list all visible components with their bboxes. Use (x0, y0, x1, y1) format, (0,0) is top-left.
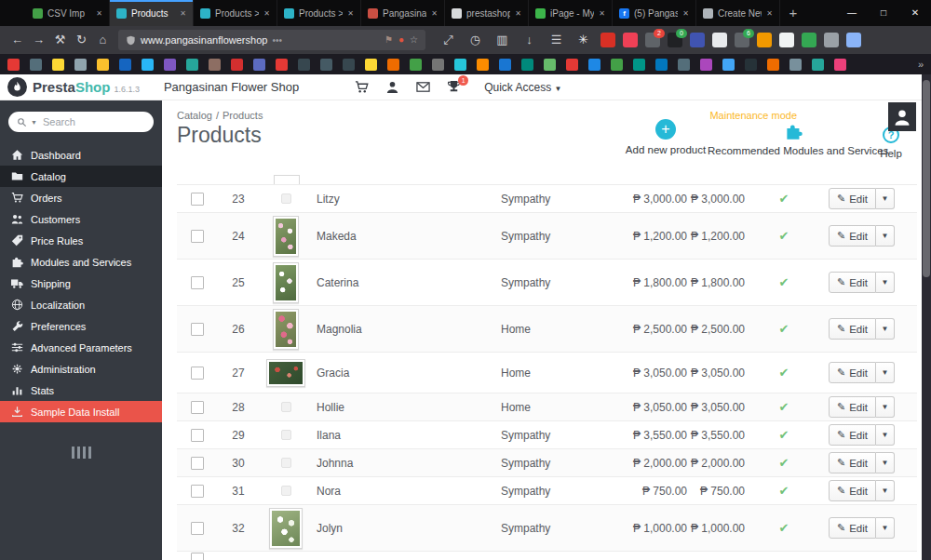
tab-close-icon[interactable]: ✕ (515, 9, 521, 18)
translate-extension-icon[interactable] (690, 33, 705, 47)
sidebar-item-stats[interactable]: Stats (0, 380, 162, 401)
history-icon[interactable]: ◷ (466, 30, 485, 50)
bookmark-icon[interactable] (789, 59, 802, 71)
row-checkbox[interactable] (191, 401, 204, 414)
bookmark-icon[interactable] (678, 59, 690, 71)
row-checkbox[interactable] (191, 457, 204, 470)
sidebar-icon[interactable]: ▥ (492, 30, 512, 50)
edit-dropdown-toggle[interactable]: ▼ (876, 452, 895, 473)
bookmark-icon[interactable] (544, 59, 556, 71)
collapse-sidebar-icon[interactable] (67, 447, 95, 459)
shop-name-link[interactable]: Pangasinan Flower Shop (164, 80, 299, 94)
bookmark-icon[interactable] (566, 59, 578, 71)
edit-button[interactable]: ✎Edit (829, 480, 876, 501)
star-icon[interactable]: ☆ (410, 34, 418, 46)
ghost-extension-icon[interactable] (779, 33, 794, 47)
pocket-extension-icon[interactable] (623, 33, 638, 47)
status-enabled-icon[interactable]: ✔ (779, 275, 789, 289)
url-bar[interactable]: www.pangasinanflowershop ••• ⚑●☆ (118, 30, 425, 50)
bookmark-icon[interactable] (320, 59, 332, 71)
bookmark-icon[interactable] (365, 59, 377, 71)
edit-dropdown-toggle[interactable]: ▼ (876, 362, 895, 383)
status-enabled-icon[interactable]: ✔ (779, 456, 789, 470)
browser-tab[interactable]: CSV Imp✕ (26, 0, 110, 26)
edit-dropdown-toggle[interactable]: ▼ (876, 424, 895, 446)
status-enabled-icon[interactable]: ✔ (779, 192, 789, 206)
trophy-icon[interactable]: 1 (447, 80, 462, 95)
edit-dropdown-toggle[interactable]: ▼ (876, 318, 895, 340)
breadcrumb-catalog[interactable]: Catalog (177, 110, 212, 121)
edit-button[interactable]: ✎Edit (829, 318, 876, 340)
bookmark-icon[interactable] (253, 59, 265, 71)
sidebar-item-orders[interactable]: Orders (0, 187, 162, 208)
bookmark-icon[interactable] (499, 59, 511, 71)
status-enabled-icon[interactable]: ✔ (779, 521, 789, 535)
edit-dropdown-toggle[interactable]: ▼ (876, 272, 895, 293)
edit-dropdown-toggle[interactable]: ▼ (876, 480, 895, 501)
quick-access-menu[interactable]: Quick Access ▼ (484, 81, 561, 94)
maintenance-mode-label[interactable]: Maintenance mode (709, 110, 797, 121)
sidebar-item-preferences[interactable]: Preferences (0, 315, 162, 337)
search-input[interactable] (41, 115, 145, 128)
browser-tab[interactable]: Create New✕ (696, 0, 780, 26)
sidebar-item-customers[interactable]: Customers (0, 208, 162, 230)
bookmark-icon[interactable] (834, 59, 846, 71)
bookmark-icon[interactable] (97, 59, 109, 71)
bookmark-icon[interactable] (812, 59, 824, 71)
refresh-icon[interactable]: ↻ (72, 30, 91, 50)
bookmark-icon[interactable] (521, 59, 533, 71)
add-new-product-button[interactable]: + Add new product (619, 119, 712, 155)
bookmark-icon[interactable] (454, 59, 466, 71)
deal-extension-icon[interactable] (802, 33, 816, 47)
row-checkbox[interactable] (191, 553, 204, 560)
tab-close-icon[interactable]: ✕ (431, 9, 438, 18)
bookmark-flag-icon[interactable]: ⚑ (385, 34, 393, 46)
tab-close-icon[interactable]: ✕ (599, 9, 605, 18)
bookmark-icon[interactable] (432, 59, 444, 71)
status-enabled-icon[interactable]: ✔ (779, 484, 789, 498)
zoom-icon[interactable]: ⤢ (439, 30, 458, 50)
browser-tab[interactable]: f(5) Pangasi✕ (613, 0, 696, 26)
bookmark-icon[interactable] (633, 59, 645, 71)
sidebar-search[interactable]: ▼ (8, 112, 154, 132)
bookmark-icon[interactable] (767, 59, 779, 71)
bookmark-icon[interactable] (231, 59, 243, 71)
bookmark-icon[interactable] (343, 59, 355, 71)
sidebar-item-sample-data-install[interactable]: Sample Data Install (0, 401, 162, 422)
bookmark-icon[interactable] (276, 59, 288, 71)
edit-button[interactable]: ✎Edit (829, 517, 876, 539)
bookmark-icon[interactable] (745, 59, 757, 71)
row-checkbox[interactable] (191, 522, 204, 535)
bookmark-icon[interactable] (611, 59, 623, 71)
browser-tab[interactable]: Products > I✕ (194, 0, 277, 26)
browser-tab[interactable]: Products✕ (110, 0, 194, 26)
edit-button[interactable]: ✎Edit (829, 188, 876, 209)
bookmark-icon[interactable] (588, 59, 600, 71)
screenshot-extension-icon[interactable] (824, 33, 839, 47)
bookmark-icon[interactable] (298, 59, 310, 71)
bookmark-icon[interactable] (7, 59, 20, 71)
sidebar-item-price-rules[interactable]: Price Rules (0, 230, 162, 251)
row-checkbox[interactable] (191, 429, 204, 442)
row-checkbox[interactable] (191, 485, 204, 498)
pdf-extension-icon[interactable] (600, 33, 615, 47)
status-enabled-icon[interactable]: ✔ (779, 322, 789, 336)
bookmark-icon[interactable] (186, 59, 198, 71)
bookmark-icon[interactable] (142, 59, 154, 71)
status-enabled-icon[interactable]: ✔ (779, 366, 789, 380)
edit-button[interactable]: ✎Edit (829, 225, 876, 247)
edit-button[interactable]: ✎Edit (829, 424, 876, 446)
clipper-extension-icon[interactable] (757, 33, 772, 47)
breadcrumb-products[interactable]: Products (223, 110, 263, 121)
sidebar-item-localization[interactable]: Localization (0, 294, 162, 315)
row-checkbox[interactable] (191, 193, 204, 206)
status-enabled-icon[interactable]: ✔ (779, 428, 789, 442)
row-checkbox[interactable] (191, 276, 204, 289)
sidebar-item-administration[interactable]: Administration (0, 358, 162, 380)
sidebar-item-modules-and-services[interactable]: Modules and Services (0, 251, 162, 273)
status-enabled-icon[interactable]: ✔ (779, 400, 789, 414)
browser-tab[interactable]: prestashop✕ (445, 0, 529, 26)
edit-button[interactable]: ✎Edit (829, 452, 876, 473)
notifier-extension-icon[interactable]: 2 (645, 33, 660, 47)
notes-extension-icon[interactable] (712, 33, 727, 47)
